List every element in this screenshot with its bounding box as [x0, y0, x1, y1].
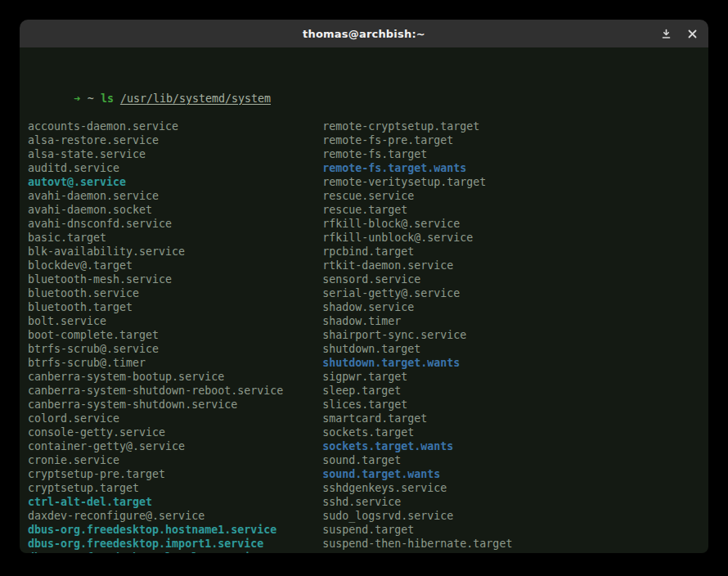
file-entry: rpcbind.target — [322, 245, 414, 259]
listing-row: cronie.servicesound.target — [28, 453, 708, 467]
listing-row: bluetooth.targetshadow.service — [28, 300, 708, 314]
file-entry: bluetooth.service — [28, 286, 322, 300]
file-entry: shadow.timer — [322, 314, 401, 328]
listing-row: console-getty.servicesockets.target — [28, 425, 708, 439]
file-entry: shutdown.target.wants — [322, 356, 460, 370]
listing-row: canberra-system-shutdown-reboot.services… — [28, 384, 708, 398]
file-entry: cronie.service — [28, 453, 322, 467]
file-entry: rfkill-unblock@.service — [322, 231, 473, 245]
listing-row: container-getty@.servicesockets.target.w… — [28, 439, 708, 453]
file-entry: basic.target — [28, 231, 322, 245]
listing-row: auditd.serviceremote-fs.target.wants — [28, 161, 708, 175]
file-entry: bolt.service — [28, 314, 322, 328]
listing-row: boot-complete.targetshairport-sync.servi… — [28, 328, 708, 342]
listing-row: ctrl-alt-del.targetsshd.service — [28, 495, 708, 509]
listing-row: dbus-org.freedesktop.import1.servicesusp… — [28, 537, 708, 551]
file-entry: cryptsetup.target — [28, 481, 322, 495]
file-entry: sshdgenkeys.service — [322, 481, 447, 495]
listing-row: dbus-org.freedesktop.locale1.serviceswap… — [28, 551, 708, 553]
listing-row: btrfs-scrub@.serviceshutdown.target — [28, 342, 708, 356]
listing-row: blk-availability.servicerpcbind.target — [28, 245, 708, 259]
file-entry: sleep.target — [322, 384, 401, 398]
file-entry: canberra-system-bootup.service — [28, 370, 322, 384]
file-entry: swap.target — [322, 551, 394, 553]
listing-row: blockdev@.targetrtkit-daemon.service — [28, 259, 708, 272]
listing-row: bluetooth.serviceserial-getty@.service — [28, 286, 708, 300]
listing-row: alsa-restore.serviceremote-fs-pre.target — [28, 133, 708, 147]
file-entry: bluetooth.target — [28, 300, 322, 314]
listing-row: dbus-org.freedesktop.hostname1.servicesu… — [28, 523, 708, 537]
listing-row: canberra-system-shutdown.serviceslices.t… — [28, 398, 708, 412]
listing-row: colord.servicesmartcard.target — [28, 412, 708, 425]
file-entry: remote-fs.target.wants — [322, 161, 466, 175]
file-entry: sound.target — [322, 453, 401, 467]
file-entry: smartcard.target — [322, 412, 427, 425]
file-entry: serial-getty@.service — [322, 286, 460, 300]
listing-row: daxdev-reconfigure@.servicesudo_logsrvd.… — [28, 509, 708, 523]
file-entry: btrfs-scrub@.timer — [28, 356, 322, 370]
file-entry: autovt@.service — [28, 175, 322, 189]
file-entry: sshd.service — [322, 495, 401, 509]
listing-row: cryptsetup.targetsshdgenkeys.service — [28, 481, 708, 495]
prompt-line: ➜~ls/usr/lib/systemd/system — [21, 78, 708, 92]
file-entry: dbus-org.freedesktop.import1.service — [28, 537, 322, 551]
file-entry: sigpwr.target — [322, 370, 407, 384]
file-entry: accounts-daemon.service — [28, 119, 322, 133]
file-entry: suspend-then-hibernate.target — [322, 537, 512, 551]
listing-row: cryptsetup-pre.targetsound.target.wants — [28, 467, 708, 481]
file-listing: accounts-daemon.serviceremote-cryptsetup… — [28, 119, 708, 553]
file-entry: ctrl-alt-del.target — [28, 495, 322, 509]
file-entry: avahi-daemon.socket — [28, 203, 322, 217]
window-title: thomas@archbish:~ — [303, 28, 425, 40]
file-entry: rfkill-block@.service — [322, 217, 460, 231]
download-icon[interactable] — [659, 27, 672, 40]
file-entry: sockets.target.wants — [322, 439, 453, 453]
prompt-argument: /usr/lib/systemd/system — [120, 92, 271, 105]
file-entry: rescue.target — [322, 203, 407, 217]
terminal-window: thomas@archbish:~ ➜~ls/usr/l — [20, 20, 708, 553]
listing-row: btrfs-scrub@.timershutdown.target.wants — [28, 356, 708, 370]
file-entry: canberra-system-shutdown-reboot.service — [28, 384, 322, 398]
listing-row: alsa-state.serviceremote-fs.target — [28, 147, 708, 161]
file-entry: canberra-system-shutdown.service — [28, 398, 322, 412]
file-entry: avahi-dnsconfd.service — [28, 217, 322, 231]
file-entry: rtkit-daemon.service — [322, 259, 453, 272]
file-entry: console-getty.service — [28, 425, 322, 439]
file-entry: blk-availability.service — [28, 245, 322, 259]
listing-row: avahi-daemon.servicerescue.service — [28, 189, 708, 203]
listing-row: avahi-dnsconfd.servicerfkill-block@.serv… — [28, 217, 708, 231]
terminal-body[interactable]: ➜~ls/usr/lib/systemd/system accounts-dae… — [20, 47, 708, 553]
file-entry: sockets.target — [322, 425, 414, 439]
file-entry: boot-complete.target — [28, 328, 322, 342]
listing-row: accounts-daemon.serviceremote-cryptsetup… — [28, 119, 708, 133]
file-entry: remote-fs.target — [322, 147, 427, 161]
file-entry: colord.service — [28, 412, 322, 425]
file-entry: dbus-org.freedesktop.locale1.service — [28, 551, 322, 553]
prompt-cwd: ~ — [88, 92, 94, 105]
close-icon[interactable] — [685, 27, 699, 40]
listing-row: bolt.serviceshadow.timer — [28, 314, 708, 328]
file-entry: avahi-daemon.service — [28, 189, 322, 203]
listing-row: avahi-daemon.socketrescue.target — [28, 203, 708, 217]
file-entry: suspend.target — [322, 523, 414, 537]
file-entry: auditd.service — [28, 161, 322, 175]
listing-row: canberra-system-bootup.servicesigpwr.tar… — [28, 370, 708, 384]
file-entry: remote-fs-pre.target — [322, 133, 453, 147]
listing-row: autovt@.serviceremote-veritysetup.target — [28, 175, 708, 189]
file-entry: container-getty@.service — [28, 439, 322, 453]
file-entry: btrfs-scrub@.service — [28, 342, 322, 356]
listing-row: bluetooth-mesh.servicesensord.service — [28, 272, 708, 286]
file-entry: rescue.service — [322, 189, 414, 203]
prompt-arrow-icon: ➜ — [74, 92, 80, 105]
file-entry: dbus-org.freedesktop.hostname1.service — [28, 523, 322, 537]
listing-row: basic.targetrfkill-unblock@.service — [28, 231, 708, 245]
file-entry: blockdev@.target — [28, 259, 322, 272]
file-entry: sensord.service — [322, 272, 420, 286]
titlebar-controls — [659, 20, 699, 47]
file-entry: slices.target — [322, 398, 407, 412]
desktop: thomas@archbish:~ ➜~ls/usr/l — [0, 0, 728, 576]
titlebar[interactable]: thomas@archbish:~ — [20, 20, 708, 47]
file-entry: shutdown.target — [322, 342, 420, 356]
file-entry: alsa-restore.service — [28, 133, 322, 147]
file-entry: daxdev-reconfigure@.service — [28, 509, 322, 523]
